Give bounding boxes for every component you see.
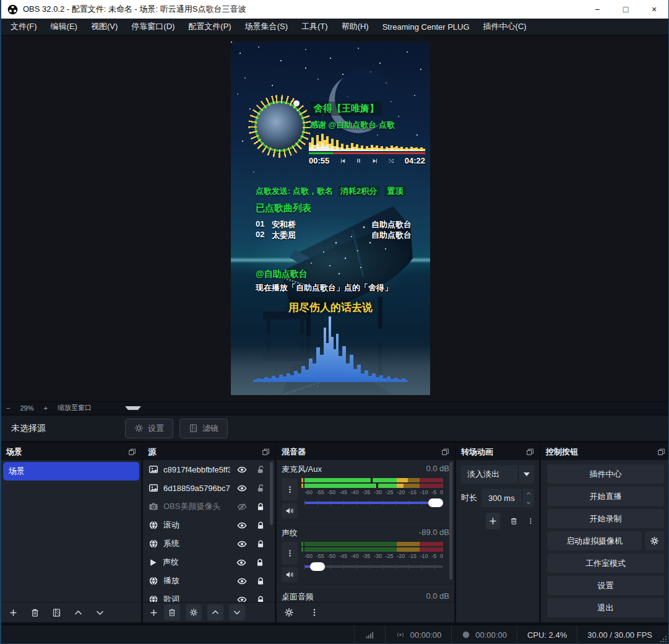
visibility-eye-icon[interactable] — [235, 558, 248, 567]
source-row[interactable]: 声纹 — [143, 553, 275, 572]
duration-spinbox[interactable]: 300 ms — [481, 489, 534, 507]
scene-move-down-button[interactable] — [95, 608, 105, 617]
source-row[interactable]: 系统 — [143, 534, 275, 553]
lock-closed-icon[interactable] — [254, 521, 267, 530]
menu-file[interactable]: 文件(F) — [4, 19, 44, 35]
add-scene-button[interactable] — [9, 608, 18, 617]
visibility-eye-icon[interactable] — [235, 539, 249, 549]
visibility-eye-off-icon[interactable] — [235, 502, 249, 511]
zoom-in-button[interactable]: + — [38, 404, 52, 412]
lock-closed-icon[interactable] — [253, 558, 267, 567]
menu-docks[interactable]: 停靠窗口(D) — [124, 19, 181, 35]
source-row[interactable]: OBS美颜摄像头 — [143, 497, 275, 516]
virtual-camera-settings-button[interactable] — [645, 531, 664, 550]
volume-slider[interactable] — [301, 498, 443, 507]
exit-button[interactable]: 退出 — [547, 598, 664, 617]
status-bar: 00:00:00 00:00:00 CPU: 2.4% 30.00 / 30.0… — [1, 624, 668, 644]
title-bar: OBS 32.0.2 - 配置文件: 未命名 - 场景: 听云通用S点歌台三音波… — [1, 0, 668, 19]
source-move-down-button[interactable] — [229, 604, 245, 620]
db-scale: -60-55-50-45-40-35-30-25-20-15-10-50 — [301, 553, 443, 559]
visibility-eye-icon[interactable] — [235, 595, 249, 603]
volume-slider-handle[interactable] — [310, 562, 325, 571]
source-properties-gear-button[interactable] — [186, 604, 202, 620]
mixer-dock: 混音器 麦克风/Aux 0.0 dB — [277, 443, 454, 622]
volume-slider-handle[interactable] — [428, 498, 443, 507]
menu-profile[interactable]: 配置文件(P) — [181, 19, 238, 35]
sources-scrollbar[interactable] — [270, 462, 273, 525]
zoom-dropdown-caret[interactable] — [125, 406, 141, 410]
resize-grip[interactable] — [660, 636, 667, 642]
source-row[interactable]: 歌词 — [143, 590, 275, 602]
remove-source-button[interactable] — [164, 604, 180, 620]
start-virtual-camera-button[interactable]: 启动虚拟摄像机 — [547, 531, 642, 550]
menu-tools[interactable]: 工具(T) — [295, 19, 335, 35]
menu-scene-collection[interactable]: 场景集合(S) — [238, 19, 295, 35]
close-button[interactable]: × — [640, 0, 668, 19]
lock-open-icon[interactable] — [254, 484, 267, 493]
audio-spectrum-top — [309, 133, 425, 151]
popout-icon[interactable] — [262, 448, 270, 456]
plugin-center-button[interactable]: 插件中心 — [547, 464, 664, 484]
source-move-up-button[interactable] — [207, 604, 223, 620]
menu-help[interactable]: 帮助(H) — [335, 19, 376, 35]
start-recording-button[interactable]: 开始录制 — [547, 509, 664, 528]
scene-filters-button[interactable] — [52, 608, 61, 617]
zoom-out-button[interactable]: − — [1, 404, 15, 412]
record-time-cell: 00:00:00 — [451, 625, 517, 644]
source-properties-button[interactable]: 设置 — [125, 419, 173, 438]
source-label: 滚动 — [163, 520, 230, 531]
settings-button[interactable]: 设置 — [547, 576, 664, 595]
mixer-options-dots-icon[interactable] — [310, 608, 319, 617]
mute-speaker-button[interactable] — [282, 503, 298, 518]
maximize-button[interactable]: □ — [611, 0, 640, 19]
source-row[interactable]: 6d18859a5796bc75 — [143, 479, 275, 497]
controls-dock-title: 控制按钮 — [546, 446, 578, 458]
scene-item-selected[interactable]: 场景 — [3, 462, 139, 481]
transition-options-dots-icon[interactable] — [527, 517, 534, 525]
studio-mode-button[interactable]: 工作室模式 — [547, 554, 664, 573]
lock-closed-icon[interactable] — [254, 502, 267, 511]
popout-icon[interactable] — [657, 448, 665, 456]
obs-logo-icon — [7, 4, 18, 15]
volume-slider[interactable] — [301, 562, 443, 571]
mute-speaker-button[interactable] — [282, 567, 298, 582]
source-filters-button[interactable]: 滤镜 — [179, 419, 228, 438]
visibility-eye-icon[interactable] — [235, 521, 249, 530]
menu-plugin-center[interactable]: 插件中心(C) — [477, 19, 533, 35]
lock-open-icon[interactable] — [254, 465, 267, 474]
remove-scene-button[interactable] — [30, 608, 40, 617]
preview-canvas[interactable]: 舍得【王唯旖】 感谢 @自助点歌台 点歌 00:55 04:22 点歌发送: 点… — [1, 35, 668, 401]
vu-meter — [301, 542, 443, 546]
zoom-fit-label[interactable]: 缩放至窗口 — [53, 403, 97, 412]
source-row[interactable]: 播放 — [143, 572, 275, 590]
add-transition-button[interactable] — [486, 513, 500, 529]
source-row[interactable]: 滚动 — [143, 516, 275, 534]
advanced-audio-gear-icon[interactable] — [284, 607, 294, 617]
channel-options-button[interactable] — [282, 542, 298, 565]
popout-icon[interactable] — [128, 448, 136, 456]
visibility-eye-icon[interactable] — [235, 465, 249, 474]
visibility-eye-icon[interactable] — [235, 484, 249, 493]
transition-select-caret[interactable] — [518, 465, 534, 484]
duration-down-button[interactable] — [522, 498, 534, 507]
popout-icon[interactable] — [526, 448, 534, 456]
duration-up-button[interactable] — [522, 489, 534, 498]
visibility-eye-icon[interactable] — [235, 577, 249, 586]
lock-closed-icon[interactable] — [254, 595, 267, 603]
popout-icon[interactable] — [441, 448, 449, 456]
scene-move-up-button[interactable] — [74, 608, 83, 617]
menu-streaming-center[interactable]: Streaming Center PLUG — [376, 19, 477, 35]
menu-edit[interactable]: 编辑(E) — [44, 19, 84, 35]
lock-closed-icon[interactable] — [254, 577, 267, 586]
channel-options-button[interactable] — [282, 478, 298, 501]
source-row[interactable]: c8917f4ebbfbfe5ff3 — [143, 460, 275, 479]
lock-closed-icon[interactable] — [254, 539, 267, 549]
menu-view[interactable]: 视图(V) — [84, 19, 124, 35]
start-streaming-button[interactable]: 开始直播 — [547, 487, 664, 506]
mixer-scrollbar[interactable] — [449, 462, 452, 580]
add-source-button[interactable] — [149, 608, 158, 617]
minimize-button[interactable]: − — [583, 0, 611, 19]
remove-transition-button[interactable] — [510, 516, 518, 526]
preview-video[interactable]: 舍得【王唯旖】 感谢 @自助点歌台 点歌 00:55 04:22 点歌发送: 点… — [231, 41, 430, 395]
transition-select[interactable]: 淡入淡出 — [461, 465, 534, 484]
